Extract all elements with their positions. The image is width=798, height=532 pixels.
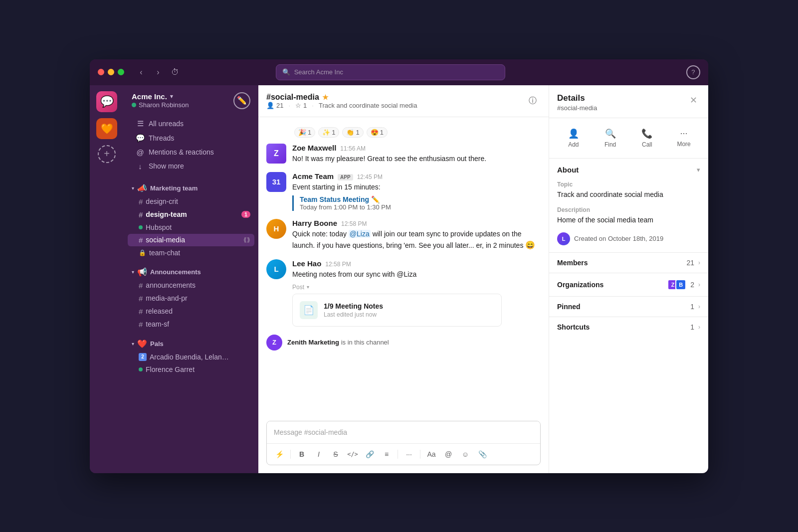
mentions-icon: @ <box>136 148 145 157</box>
clap-emoji: 👏 <box>346 129 354 136</box>
chevron-right-icon: › <box>698 281 700 288</box>
channel-item-social-media[interactable]: # social-media ⟪⟫ <box>128 234 254 246</box>
list-button[interactable]: ≡ <box>379 447 394 462</box>
about-header[interactable]: About ▾ <box>557 166 700 174</box>
text-size-button[interactable]: Aa <box>424 447 439 462</box>
zenith-notification: Z Zenith Marketing is in this channel <box>266 335 541 351</box>
bold-button[interactable]: B <box>294 447 309 462</box>
back-button[interactable]: ‹ <box>134 65 148 79</box>
reaction-sparkles[interactable]: ✨ 1 <box>318 127 339 138</box>
party-emoji: 🎉 <box>298 129 306 136</box>
message-text-acme: Event starting in 15 minutes: <box>292 182 541 192</box>
find-icon: 🔍 <box>605 128 616 139</box>
pals-section-emoji: ❤️ <box>137 339 147 349</box>
channel-item-design-team[interactable]: # design-team 1 <box>128 208 254 221</box>
post-label[interactable]: Post ▾ <box>292 284 541 291</box>
search-bar[interactable]: 🔍 <box>276 64 505 80</box>
emoji-button[interactable]: ☺ <box>458 447 473 462</box>
shortcuts-row[interactable]: Shortcuts 1 › <box>549 317 708 337</box>
dm-group-avatar: 2 <box>139 353 147 361</box>
sidebar-item-show-more[interactable]: ↓ Show more <box>128 160 254 173</box>
workspace-avatar-primary[interactable]: 💬 <box>96 91 117 112</box>
channel-item-design-crit[interactable]: # design-crit <box>128 195 254 208</box>
channel-item-released[interactable]: # released <box>128 305 254 318</box>
message-content-harry: Harry Boone 12:58 PM Quick note: today @… <box>292 219 541 251</box>
message-header-harry: Harry Boone 12:58 PM <box>292 219 541 227</box>
mention-button[interactable]: @ <box>441 447 456 462</box>
members-meta: 👤 21 <box>266 102 283 109</box>
help-button[interactable]: ? <box>686 65 700 79</box>
org-icon-blue: B <box>675 279 686 290</box>
forward-button[interactable]: › <box>151 65 165 79</box>
chat-header: #social-media ★ 👤 21 · ☆ 1 · <box>258 85 549 117</box>
section-header-pals[interactable]: ▾ ❤️ Pals <box>128 337 254 351</box>
more-toolbar-button[interactable]: ··· <box>401 447 416 462</box>
created-by: L Created on October 18th, 2019 <box>557 232 700 245</box>
history-button[interactable]: ⏱ <box>168 65 182 79</box>
channel-section-announcements: ▾ 📢 Announcements # announcements # medi… <box>124 265 258 331</box>
close-window-button[interactable] <box>98 69 104 75</box>
reaction-clap[interactable]: 👏 1 <box>342 127 363 138</box>
sidebar-header: Acme Inc. ▾ Sharon Robinson ✏️ <box>124 85 258 114</box>
channel-item-announcements[interactable]: # announcements <box>128 279 254 292</box>
description-label: Description <box>557 206 700 213</box>
avatar-harry: H <box>266 219 286 239</box>
compose-button[interactable]: ✏️ <box>233 92 250 109</box>
people-icon: 👤 <box>266 102 274 109</box>
lightning-button[interactable]: ⚡ <box>272 447 287 462</box>
unread-badge: 1 <box>241 211 250 218</box>
pinned-row[interactable]: Pinned 1 › <box>549 296 708 317</box>
channel-item-arcadio[interactable]: 2 Arcadio Buendia, Leland Ygle... <box>128 351 254 363</box>
info-button[interactable]: ⓘ <box>525 93 541 109</box>
find-action-button[interactable]: 🔍 Find <box>594 124 627 152</box>
message-input[interactable] <box>267 421 540 443</box>
description-field: Description Home of the social media tea… <box>557 206 700 225</box>
sidebar-item-mentions[interactable]: @ Mentions & reactions <box>128 146 254 159</box>
channel-item-florence[interactable]: Florence Garret <box>128 363 254 375</box>
call-action-button[interactable]: 📞 Call <box>631 124 664 152</box>
more-action-button[interactable]: ··· More <box>667 124 700 152</box>
channel-item-team-sf[interactable]: # team-sf <box>128 318 254 331</box>
threads-icon: 💬 <box>136 134 145 143</box>
call-icon: 📞 <box>641 128 652 139</box>
organizations-row-right: Z B 2 › <box>667 279 700 290</box>
close-details-button[interactable]: ✕ <box>686 93 700 107</box>
add-action-button[interactable]: 👤 Add <box>557 124 590 152</box>
details-header: Details #social-media ✕ <box>549 85 708 118</box>
details-actions: 👤 Add 🔍 Find 📞 Call ··· More <box>549 118 708 159</box>
message-toolbar: ⚡ B I S </> 🔗 ≡ ··· Aa @ ☺ � <box>267 443 540 465</box>
workspace-name[interactable]: Acme Inc. ▾ <box>132 92 189 101</box>
strikethrough-button[interactable]: S <box>328 447 343 462</box>
channel-item-team-chat[interactable]: 🔒 team-chat <box>128 247 254 259</box>
sidebar-item-threads[interactable]: 💬 Threads <box>128 131 254 145</box>
toolbar-divider-2 <box>398 450 398 459</box>
channel-item-media-and-pr[interactable]: # media-and-pr <box>128 292 254 305</box>
reaction-party[interactable]: 🎉 1 <box>294 127 315 138</box>
section-header-announcements[interactable]: ▾ 📢 Announcements <box>128 265 254 279</box>
about-toggle-icon: ▾ <box>697 166 700 174</box>
italic-button[interactable]: I <box>311 447 326 462</box>
channel-item-hubspot[interactable]: Hubspot <box>128 221 254 233</box>
star-icon[interactable]: ★ <box>322 93 329 101</box>
channel-section-pals: ▾ ❤️ Pals 2 Arcadio Buendia, Leland Ygle… <box>124 337 258 376</box>
section-header-marketing[interactable]: ▾ 📣 Marketing team <box>128 181 254 195</box>
lock-icon: 🔒 <box>139 249 146 256</box>
search-input[interactable] <box>294 68 499 76</box>
link-button[interactable]: 🔗 <box>362 447 377 462</box>
workspace-avatar-secondary[interactable]: 🧡 <box>96 118 117 139</box>
fullscreen-window-button[interactable] <box>118 69 124 75</box>
sidebar-item-all-unreads[interactable]: ☰ All unreads <box>128 117 254 131</box>
minimize-window-button[interactable] <box>108 69 114 75</box>
app-window: ‹ › ⏱ 🔍 ? 💬 🧡 + Acme Inc. <box>90 59 708 473</box>
add-workspace-button[interactable]: + <box>98 145 116 163</box>
post-card[interactable]: 📄 1/9 Meeting Notes Last edited just now <box>292 294 502 327</box>
attach-button[interactable]: 📎 <box>475 447 490 462</box>
code-button[interactable]: </> <box>345 447 360 462</box>
members-row[interactable]: Members 21 › <box>549 252 708 273</box>
hash-icon: # <box>139 320 143 329</box>
organizations-row[interactable]: Organizations Z B 2 › <box>549 273 708 296</box>
reaction-heart-eyes[interactable]: 😍 1 <box>367 127 388 138</box>
toolbar-divider-3 <box>420 450 420 459</box>
details-panel: Details #social-media ✕ 👤 Add 🔍 Find 📞 C… <box>549 85 708 473</box>
message-group-zoe: Z Zoe Maxwell 11:56 AM No! It was my ple… <box>266 144 541 164</box>
